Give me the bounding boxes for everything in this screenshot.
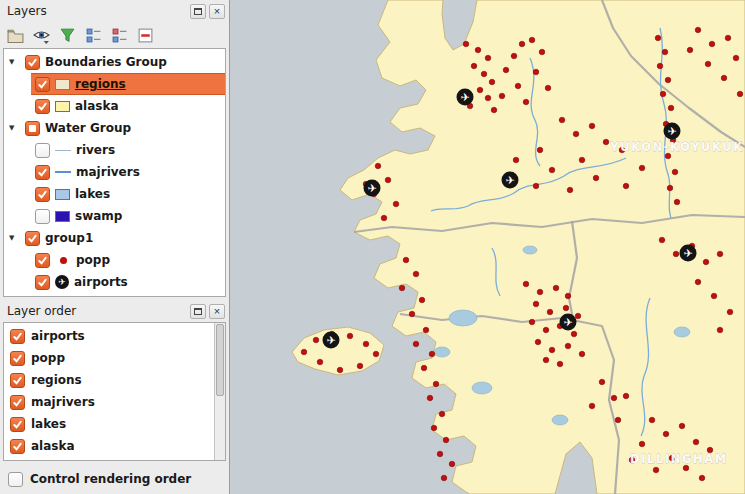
layer-checkbox[interactable] <box>35 143 50 158</box>
popp-point <box>557 361 563 367</box>
check-icon <box>37 167 48 178</box>
expand-arrow-icon[interactable]: ▼ <box>9 58 20 66</box>
map-svg: ✈✈✈✈✈✈✈ YUKON-KOYUKUKDILLINGHAM <box>230 0 745 494</box>
popp-point <box>737 91 743 97</box>
order-item-regions[interactable]: regions <box>4 369 225 391</box>
layer-checkbox[interactable] <box>35 209 50 224</box>
popp-point <box>653 467 659 473</box>
order-item-majrivers[interactable]: majrivers <box>4 391 225 413</box>
layer-item-alaska[interactable]: alaska <box>4 95 225 117</box>
expand-arrow-icon[interactable]: ▼ <box>9 124 20 132</box>
popp-point <box>393 201 399 207</box>
popp-point <box>639 165 645 171</box>
popp-point <box>475 47 481 53</box>
expand-all-button[interactable] <box>82 24 105 47</box>
layer-group-boundaries-group[interactable]: ▼Boundaries Group <box>4 51 225 73</box>
popp-point <box>611 395 617 401</box>
layer-item-popp[interactable]: popp <box>4 249 225 271</box>
svg-text:✈: ✈ <box>460 91 469 104</box>
add-group-button[interactable] <box>4 24 27 47</box>
layer-order-titlebar-buttons: × <box>187 304 225 319</box>
layer-item-lakes[interactable]: lakes <box>4 183 225 205</box>
layer-checkbox[interactable] <box>35 165 50 180</box>
popp-point <box>543 327 549 333</box>
popp-point <box>683 465 689 471</box>
order-item-popp[interactable]: popp <box>4 347 225 369</box>
scrollbar-thumb[interactable] <box>216 324 224 396</box>
manage-visibility-button[interactable] <box>30 24 53 47</box>
layer-order-list: airportspoppregionsmajriverslakesalaska <box>3 322 226 461</box>
popp-point <box>529 319 535 325</box>
layer-item-regions[interactable]: regions <box>31 73 225 95</box>
layer-checkbox[interactable] <box>35 77 50 92</box>
remove-layer-icon <box>137 27 154 44</box>
layer-swatch <box>55 79 70 90</box>
layer-item-majrivers[interactable]: majrivers <box>4 161 225 183</box>
layer-group-group1[interactable]: ▼group1 <box>4 227 225 249</box>
popp-point <box>660 91 666 97</box>
popp-point <box>655 35 661 41</box>
layer-checkbox[interactable] <box>10 373 25 388</box>
order-item-lakes[interactable]: lakes <box>4 413 225 435</box>
popp-point <box>733 55 739 61</box>
popp-point <box>727 309 733 315</box>
control-rendering-checkbox[interactable] <box>8 472 23 487</box>
close-icon: × <box>214 306 220 317</box>
popp-point <box>347 333 353 339</box>
layer-item-swamp[interactable]: swamp <box>4 205 225 227</box>
layer-checkbox[interactable] <box>35 253 50 268</box>
float-panel-button[interactable] <box>190 304 206 319</box>
layers-tree: ▼Boundaries Groupregionsalaska▼Water Gro… <box>3 48 226 297</box>
layer-checkbox[interactable] <box>35 99 50 114</box>
popp-point <box>709 41 715 47</box>
popp-point <box>421 365 427 371</box>
layer-checkbox[interactable] <box>10 351 25 366</box>
layer-checkbox[interactable] <box>25 231 40 246</box>
popp-point <box>649 417 655 423</box>
vertical-scrollbar[interactable] <box>214 323 225 460</box>
popp-point <box>313 337 319 343</box>
layer-checkbox[interactable] <box>10 439 25 454</box>
popp-point <box>503 67 509 73</box>
remove-layer-button[interactable] <box>134 24 157 47</box>
layer-checkbox[interactable] <box>10 395 25 410</box>
filter-legend-button[interactable] <box>56 24 79 47</box>
layer-checkbox[interactable] <box>10 417 25 432</box>
collapse-all-button[interactable] <box>108 24 131 47</box>
popp-point <box>441 475 447 481</box>
layer-item-airports[interactable]: ✈airports <box>4 271 225 293</box>
popp-point <box>662 49 668 55</box>
order-item-airports[interactable]: airports <box>4 325 225 347</box>
popp-point <box>571 331 577 337</box>
float-panel-icon <box>194 308 202 315</box>
popp-point <box>373 351 379 357</box>
order-item-alaska[interactable]: alaska <box>4 435 225 457</box>
popp-point <box>549 347 555 353</box>
popp-point <box>579 157 585 163</box>
expand-arrow-icon[interactable]: ▼ <box>9 234 20 242</box>
layer-checkbox[interactable] <box>35 275 50 290</box>
map-canvas[interactable]: ✈✈✈✈✈✈✈ YUKON-KOYUKUKDILLINGHAM <box>230 0 745 494</box>
popp-point <box>603 139 609 145</box>
popp-point <box>491 107 497 113</box>
layer-checkbox[interactable] <box>25 55 40 70</box>
check-icon <box>12 331 23 342</box>
layer-item-rivers[interactable]: rivers <box>4 139 225 161</box>
close-panel-button[interactable]: × <box>209 4 225 19</box>
popp-point <box>559 117 565 123</box>
layer-checkbox[interactable] <box>10 329 25 344</box>
layer-swatch <box>55 211 70 222</box>
popp-point <box>699 475 705 481</box>
layer-label: group1 <box>45 231 93 245</box>
close-panel-button[interactable]: × <box>209 304 225 319</box>
popp-point <box>695 27 701 33</box>
svg-text:✈: ✈ <box>367 182 376 195</box>
popp-point <box>553 285 559 291</box>
float-panel-button[interactable] <box>190 4 206 19</box>
layer-checkbox[interactable] <box>35 187 50 202</box>
popp-point <box>539 49 545 55</box>
control-rendering-order[interactable]: Control rendering order <box>0 464 229 494</box>
layer-group-water-group[interactable]: ▼Water Group <box>4 117 225 139</box>
layer-checkbox[interactable] <box>25 121 40 136</box>
popp-point <box>485 95 491 101</box>
